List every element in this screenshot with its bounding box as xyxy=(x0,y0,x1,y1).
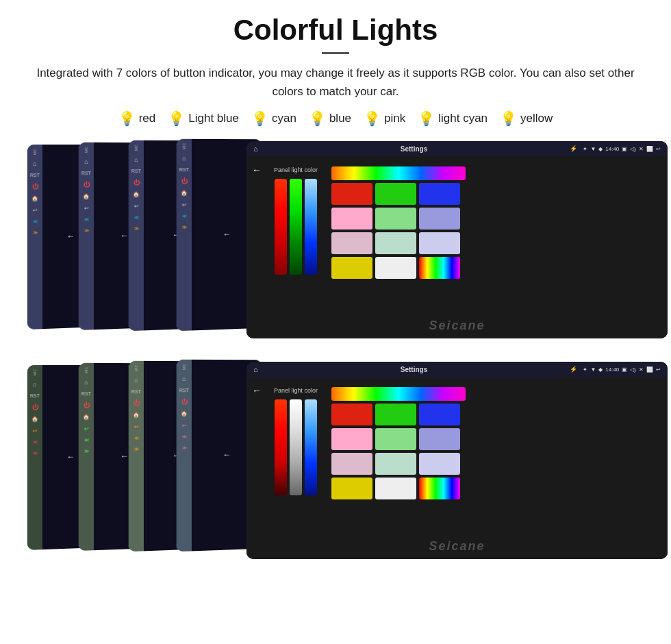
side-strip-r2-3: MIC ⌂ RST ⏻ 🏠 ↩ ≪ ≫ xyxy=(129,361,144,552)
usb-icon-1: ⚡ xyxy=(570,145,577,152)
color-cyan: 💡 cyan xyxy=(251,110,296,127)
cell-rainbow-2 xyxy=(419,478,460,499)
panel-label-section-1: Panel light color xyxy=(274,166,318,275)
panel-label-2: Panel light color xyxy=(274,387,318,394)
status-icons-2: ✦ ▼ ◆ 14:40 ▣ ◁) ✕ ⬜ ↩ xyxy=(583,367,661,373)
grid-row-1-2 xyxy=(331,404,466,425)
cell-r3c1-2 xyxy=(331,453,372,475)
grid-row-2-1 xyxy=(331,208,466,230)
screen-content-2: ← Panel light color xyxy=(246,377,668,559)
screen-content-1: ← Panel light color xyxy=(246,156,668,338)
bt-icon-1: ✦ xyxy=(583,146,587,152)
settings-label-2: Settings xyxy=(264,366,565,373)
device-row-1: MIC ⌂ RST ⏻ 🏠 ↩ ≪ ≫ ← xyxy=(21,139,650,341)
back-arrow-1[interactable]: ← xyxy=(246,156,267,338)
front-device-1: ⌂ Settings ⚡ ✦ ▼ ◆ 14:40 ▣ ◁) ✕ ⬜ ↩ xyxy=(246,141,668,338)
light-cyan-label: light cyan xyxy=(438,112,488,125)
description: Integrated with 7 colors of button indic… xyxy=(34,64,637,101)
header-section: Colorful Lights Integrated with 7 colors… xyxy=(21,14,650,127)
wifi-icon-1: ▼ xyxy=(590,146,596,152)
cell-white-2 xyxy=(375,478,416,499)
color-pink: 💡 pink xyxy=(364,110,405,127)
side-strip-2: MIC ⌂ RST ⏻ 🏠 ↩ ≪ ≫ xyxy=(79,143,94,330)
cyan-bulb-icon: 💡 xyxy=(251,110,268,127)
usb-icon-2: ⚡ xyxy=(570,366,577,373)
page-container: Colorful Lights Integrated with 7 colors… xyxy=(0,0,671,644)
cell-r3c2-1 xyxy=(375,232,416,254)
cell-red-2 xyxy=(331,404,372,425)
close-icon-2: ✕ xyxy=(639,367,644,373)
side-strip-1: MIC ⌂ RST ⏻ 🏠 ↩ ≪ ≫ xyxy=(27,145,42,330)
cell-lavender-2 xyxy=(419,428,460,450)
win-icon-2: ⬜ xyxy=(646,367,653,373)
blue-bulb-icon: 💡 xyxy=(309,110,326,127)
back-icon-1: ↩ xyxy=(656,146,661,152)
color-labels: 💡 red 💡 Light blue 💡 cyan 💡 blue 💡 pink … xyxy=(21,110,650,127)
close-icon-1: ✕ xyxy=(639,146,644,152)
cell-r3c3-2 xyxy=(419,453,460,475)
color-bars-1 xyxy=(275,179,317,275)
white-bar-2 xyxy=(290,399,302,495)
win-icon-1: ⬜ xyxy=(646,146,653,152)
cell-white-1 xyxy=(375,257,416,279)
grid-row-4-2 xyxy=(331,478,466,499)
cell-r3c1-1 xyxy=(331,232,372,254)
cell-lavender-1 xyxy=(419,208,460,230)
vol-icon-1: ◁) xyxy=(630,146,636,152)
wifi-icon-2: ▼ xyxy=(590,367,596,373)
time-1: 14:40 xyxy=(605,146,619,152)
vol-icon-2: ◁) xyxy=(630,367,636,373)
side-strip-3: MIC ⌂ RST ⏻ 🏠 ↩ ≪ ≫ xyxy=(129,140,144,331)
cell-blue-2 xyxy=(419,404,460,425)
home-icon-2: ⌂ xyxy=(253,365,258,373)
camera-icon-2: ▣ xyxy=(622,367,627,373)
cell-lightgreen-1 xyxy=(375,208,416,230)
gradient-strip-2 xyxy=(331,387,466,401)
side-strip-r2-4: MIC ⌂ RST ⏻ 🏠 ↩ ≪ ≫ xyxy=(177,360,192,552)
side-strip-r2-2: MIC ⌂ RST ⏻ 🏠 ↩ ≪ ≫ xyxy=(79,363,94,551)
panel-label-section-2: Panel light color xyxy=(274,387,318,495)
panel-label-1: Panel light color xyxy=(274,166,318,173)
cell-pink-1 xyxy=(331,208,372,230)
color-light-blue: 💡 Light blue xyxy=(168,110,239,127)
yellow-label: yellow xyxy=(520,112,553,125)
cell-blue-1 xyxy=(419,183,460,205)
side-strip-4: MIC ⌂ RST ⏻ 🏠 ↩ ≪ ≫ xyxy=(177,139,192,332)
devices-section: MIC ⌂ RST ⏻ 🏠 ↩ ≪ ≫ ← xyxy=(21,139,650,570)
signal-icon-1: ◆ xyxy=(598,146,603,152)
gradient-strip-1 xyxy=(331,166,466,180)
pink-label: pink xyxy=(384,112,405,125)
bt-icon-2: ✦ xyxy=(583,367,587,373)
green-bar-1 xyxy=(290,179,302,275)
front-device-2: ⌂ Settings ⚡ ✦ ▼ ◆ 14:40 ▣ ◁) ✕ ⬜ ↩ xyxy=(246,362,668,559)
watermark-1: Seicane xyxy=(429,319,485,333)
status-bar-2: ⌂ Settings ⚡ ✦ ▼ ◆ 14:40 ▣ ◁) ✕ ⬜ ↩ xyxy=(246,362,668,377)
settings-label-1: Settings xyxy=(264,145,565,153)
cell-r3c2-2 xyxy=(375,453,416,475)
blue-bar-1 xyxy=(305,179,317,275)
color-yellow: 💡 yellow xyxy=(500,110,553,127)
signal-icon-2: ◆ xyxy=(598,367,603,373)
red-bar-1 xyxy=(275,179,287,275)
color-light-cyan: 💡 light cyan xyxy=(418,110,488,127)
cell-red-1 xyxy=(331,183,372,205)
light-cyan-bulb-icon: 💡 xyxy=(418,110,435,127)
cell-green-2 xyxy=(375,404,416,425)
device-row-2: MIC ⌂ RST ⏻ 🏠 ↩ ≪ ≫ ← xyxy=(21,360,650,562)
color-grid-section-1 xyxy=(331,166,466,279)
cell-rainbow-1 xyxy=(419,257,460,279)
cell-yellow-2 xyxy=(331,478,372,499)
color-bars-2 xyxy=(275,399,317,495)
blue-label: blue xyxy=(329,112,351,125)
title-divider xyxy=(322,52,349,54)
time-2: 14:40 xyxy=(605,367,619,373)
grid-row-2-2 xyxy=(331,428,466,450)
blue-bar-2 xyxy=(305,399,317,495)
back-arrow-2[interactable]: ← xyxy=(246,377,267,559)
light-blue-label: Light blue xyxy=(188,112,239,125)
back-icon-2: ↩ xyxy=(656,367,661,373)
red-bar-2 xyxy=(275,399,287,495)
cell-pink-2 xyxy=(331,428,372,450)
watermark-2: Seicane xyxy=(429,539,485,554)
cell-lightgreen-2 xyxy=(375,428,416,450)
